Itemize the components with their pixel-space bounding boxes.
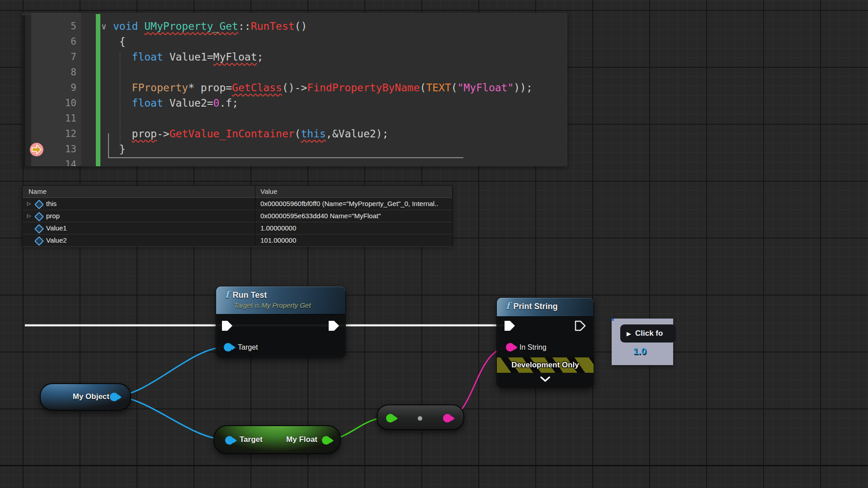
line-number: 12 [31, 126, 76, 141]
watch-variable-name: Value1 [46, 222, 67, 234]
function-icon: f [225, 289, 229, 300]
code-token: float [132, 97, 170, 109]
code-token: Value1= [170, 51, 213, 63]
cursor-icon: ▶ [627, 330, 631, 337]
variable-icon [34, 200, 44, 209]
code-token: () [295, 20, 307, 32]
exec-out-pin[interactable] [575, 320, 586, 333]
code-token: float [132, 51, 170, 63]
panel-boundary-line [0, 465, 868, 466]
code-token: FindPropertyByName [307, 82, 420, 94]
line-number: 5 [31, 19, 76, 34]
code-line [113, 111, 567, 126]
code-token: "MyFloat" [458, 82, 514, 94]
code-token: ,&Value2); [326, 128, 388, 140]
variable-icon [34, 224, 44, 234]
line-number: 10 [31, 95, 76, 111]
node-run-test[interactable]: f Run Test Target is My Property Get Tar… [216, 286, 346, 358]
watch-col-value: Value [260, 186, 277, 197]
code-token: ; [257, 51, 264, 63]
node-print-string[interactable]: f Print String In String Development Onl… [496, 297, 594, 388]
watch-variable-name: prop [46, 210, 60, 221]
watch-row[interactable]: ▷prop0x00000595e633dd40 Name="MyFloat" [23, 210, 452, 222]
code-token: .f; [219, 97, 238, 109]
code-token: prop [132, 128, 157, 140]
code-token: } [113, 143, 126, 155]
getter-target-pin[interactable] [225, 436, 234, 445]
watch-row[interactable]: Value11.00000000 [23, 222, 452, 235]
code-token: ()-> [282, 82, 307, 94]
code-line: { [113, 34, 567, 49]
expand-chevron-icon[interactable] [540, 375, 550, 384]
node-to-string-conversion[interactable] [377, 404, 464, 430]
change-tracking-bar [96, 14, 100, 166]
line-number: 9 [31, 80, 76, 95]
run-test-header: f Run Test Target is My Property Get [216, 286, 345, 314]
my-float-output-pin[interactable] [322, 436, 330, 445]
line-number: 7 [31, 49, 76, 65]
line-number: 6 [31, 34, 76, 49]
watch-col-name: Name [28, 186, 47, 197]
watch-variable-value: 1.00000000 [260, 222, 450, 234]
conversion-output-pin[interactable] [443, 414, 452, 422]
code-token [113, 82, 132, 94]
node-title: Run Test [233, 291, 267, 300]
watch-variable-name: this [46, 198, 57, 209]
watch-variable-value: 101.000000 [260, 235, 450, 246]
fold-chevron-icon: ∨ [101, 19, 106, 34]
code-editor[interactable]: 567891011121314 ∨void UMyProperty_Get::R… [22, 13, 567, 166]
debug-value-tooltip: ▶ Click fo 1.0 [612, 319, 673, 365]
code-token [113, 128, 132, 140]
click-for-button[interactable]: ▶ Click fo [620, 324, 676, 343]
development-only-banner: Development Only [497, 357, 594, 373]
code-token: FProperty [132, 82, 189, 94]
my-float-label: My Float [286, 435, 317, 444]
execution-pointer-icon[interactable] [29, 142, 44, 159]
exec-in-pin[interactable] [222, 320, 233, 333]
scope-guide [108, 133, 109, 157]
code-token: -> [157, 128, 170, 140]
conversion-input-pin[interactable] [386, 414, 395, 422]
code-line: float Value1=MyFloat; [113, 49, 567, 65]
node-title: Print String [514, 302, 558, 311]
code-line: prop->GetValue_InContainer(this,&Value2)… [113, 126, 567, 141]
code-line: float Value2=0.f; [113, 95, 567, 111]
getter-target-label: Target [240, 435, 263, 444]
my-object-output-pin[interactable] [110, 393, 118, 401]
expand-arrow-icon[interactable]: ▷ [27, 210, 31, 221]
code-line: ∨void UMyProperty_Get::RunTest() [113, 19, 567, 34]
print-string-header: f Print String [497, 298, 594, 317]
code-token: UMyProperty_Get [144, 20, 238, 32]
variable-icon [34, 212, 44, 221]
node-get-my-float[interactable]: Target My Float [213, 425, 341, 454]
code-token: ( [451, 82, 458, 94]
code-token: ( [420, 82, 426, 94]
code-line: } [113, 141, 567, 157]
node-subtitle: Target is My Property Get [234, 301, 341, 309]
conversion-dot-icon [418, 416, 422, 421]
expand-arrow-icon[interactable]: ▷ [27, 198, 31, 209]
code-token: 0 [213, 97, 220, 109]
watch-row[interactable]: ▷this0x000005960fbf0ff0 (Name="MyPropert… [23, 198, 452, 210]
code-lines: ∨void UMyProperty_Get::RunTest() { float… [113, 19, 567, 166]
watch-column-divider[interactable] [255, 186, 255, 246]
function-icon: f [506, 300, 510, 311]
exec-in-pin[interactable] [504, 320, 516, 333]
editor-left-strip [22, 15, 25, 166]
code-token: RunTest [251, 20, 295, 32]
node-my-object[interactable]: My Object [40, 383, 131, 411]
line-number: 8 [31, 65, 76, 80]
watch-row[interactable]: Value2101.000000 [23, 235, 452, 247]
in-string-pin[interactable] [506, 343, 514, 352]
exec-out-pin[interactable] [328, 320, 340, 333]
watch-variable-value: 0x000005960fbf0ff0 (Name="MyProperty_Get… [260, 198, 450, 209]
code-token: Value2= [170, 97, 213, 109]
unreal-debug-screenshot: 567891011121314 ∨void UMyProperty_Get::R… [0, 0, 868, 488]
variable-icon [34, 236, 44, 246]
watch-variable-name: Value2 [46, 235, 67, 246]
tooltip-corner-marker [612, 319, 614, 321]
code-line [113, 157, 567, 166]
watched-value: 1.0 [612, 346, 668, 357]
code-token: GetClass [232, 82, 282, 94]
target-input-pin[interactable] [224, 343, 232, 352]
